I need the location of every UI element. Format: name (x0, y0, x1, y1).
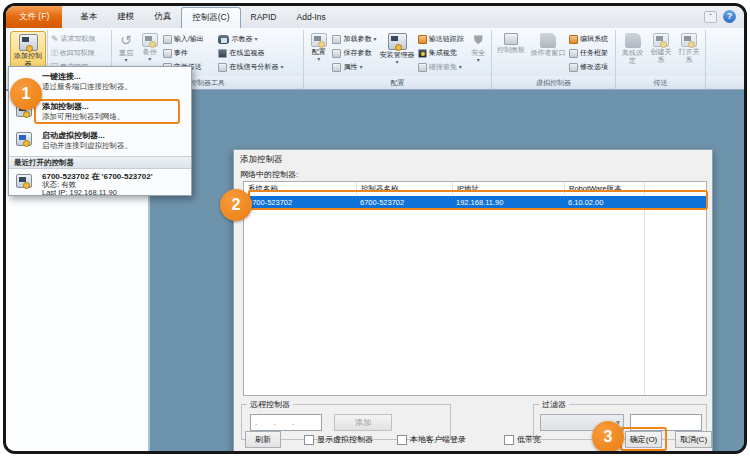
add-controller-dialog: 添加控制器 网络中的控制器: 系统名称 控制器名称 IP地址 RobotWare… (233, 149, 713, 452)
io-icon (163, 35, 172, 44)
lock-icon: ⚿ (51, 49, 58, 58)
restart-button[interactable]: ↺ 重启▾ (114, 31, 138, 65)
operator-window-button[interactable]: 操作者窗口 (528, 31, 568, 59)
pencil-icon: ✎ (51, 35, 59, 44)
group-label-virtual-controller: 虚拟控制器 (492, 76, 616, 89)
installation-manager-icon (388, 33, 407, 50)
properties-icon (332, 63, 341, 72)
task-frames-icon (569, 49, 578, 58)
configuration-icon (311, 33, 327, 47)
create-relation-icon (653, 33, 669, 47)
save-parameters-icon (332, 49, 341, 58)
recent-controllers-header: 最近打开的控制器 (9, 156, 191, 169)
integrated-vision-button[interactable]: 集成视觉 (417, 47, 468, 59)
change-options-icon (569, 63, 578, 72)
annotation-step-1: 1 (10, 78, 42, 110)
events-icon (163, 49, 172, 58)
configuration-button[interactable]: 配置▾ (306, 31, 331, 64)
filter-text-input[interactable] (630, 414, 702, 431)
load-parameters-button[interactable]: 加载参数 (331, 33, 377, 45)
column-header-robotware-version[interactable]: RobotWare版本 (564, 182, 644, 195)
robot-icon (540, 33, 556, 48)
remote-controller-label: 远程控制器 (247, 399, 293, 410)
minimize-ribbon-icon[interactable]: ˆ (704, 11, 717, 23)
window-controls: ˆ ? (704, 10, 736, 23)
flexpendant-button[interactable]: 示教器 (217, 33, 301, 45)
signal-analyzer-button[interactable]: 在线信号分析器 (217, 61, 301, 73)
collision-avoidance-button[interactable]: 碰撞避免 (417, 61, 468, 73)
remote-add-button[interactable]: 添加 (334, 414, 392, 431)
offline-setup-button[interactable]: 离线设定 (618, 31, 647, 67)
monitor-icon (218, 49, 227, 58)
checkbox-show-virtual-controllers[interactable]: 显示虚拟控制器 (304, 434, 373, 445)
online-monitor-button[interactable]: 在线监视器 (217, 47, 301, 59)
backup-icon (142, 33, 158, 47)
filter-label: 过滤器 (539, 399, 569, 410)
integrated-vision-icon (418, 49, 427, 58)
chevron-down-icon: ▾ (148, 57, 151, 62)
app-window: 文件 (F) 基本 建模 仿真 控制器(C) RAPID Add-Ins ˆ ?… (3, 3, 747, 454)
flexpendant-icon (218, 35, 229, 44)
collision-avoidance-icon (418, 63, 427, 72)
checkbox-local-client-login[interactable]: 本地客户端登录 (397, 434, 466, 445)
tab-addins[interactable]: Add-Ins (287, 6, 336, 28)
controller-icon (19, 34, 38, 51)
tab-file[interactable]: 文件 (F) (6, 6, 62, 28)
checkbox-icon (397, 435, 407, 445)
ribbon-tab-bar: 文件 (F) 基本 建模 仿真 控制器(C) RAPID Add-Ins (6, 6, 744, 28)
checkbox-icon (304, 435, 314, 445)
open-relation-button[interactable]: 打开关系 (675, 31, 703, 66)
signal-analyzer-icon (218, 63, 227, 72)
request-write-access-button[interactable]: ✎请求写权限 (50, 33, 109, 45)
virtual-controller-icon (16, 132, 32, 146)
create-relation-button[interactable]: 创建关系 (647, 31, 675, 66)
safety-icon: ⛊ (474, 33, 483, 48)
column-header-system-name[interactable]: 系统名称 (244, 182, 356, 195)
chevron-down-icon: ▾ (317, 57, 320, 62)
task-frames-button[interactable]: 任务框架 (568, 47, 612, 59)
annotation-step-2: 2 (220, 189, 252, 221)
conveyor-tracking-icon (418, 35, 427, 44)
tab-modeling[interactable]: 建模 (107, 6, 144, 28)
control-panel-icon (504, 33, 518, 45)
table-row-selected[interactable]: 6700-523702 6700-523702 192.168.11.90 6.… (244, 196, 706, 209)
save-parameters-button[interactable]: 保存参数 (331, 47, 377, 59)
column-header-controller-name[interactable]: 控制器名称 (356, 182, 452, 195)
restart-icon: ↺ (120, 33, 132, 48)
backup-button[interactable]: 备份▾ (138, 31, 162, 64)
tab-rapid[interactable]: RAPID (241, 6, 287, 28)
edit-system-icon (569, 35, 578, 44)
chevron-down-icon: ▾ (124, 58, 127, 63)
ok-button[interactable]: 确定(O) (625, 431, 662, 448)
tab-simulation[interactable]: 仿真 (144, 6, 181, 28)
tab-controller[interactable]: 控制器(C) (181, 7, 240, 28)
group-label-configuration: 配置 (304, 76, 492, 89)
controller-icon (16, 174, 32, 188)
control-panel-button[interactable]: 控制面板 (494, 31, 528, 56)
checkbox-icon (504, 435, 514, 445)
recent-last-ip: Last IP: 192.168.11.90 (42, 188, 117, 197)
conveyor-tracking-button[interactable]: 输送链跟踪 (417, 33, 468, 45)
refresh-button[interactable]: 刷新 (245, 431, 281, 448)
load-parameters-icon (332, 35, 341, 44)
checkbox-low-bandwidth[interactable]: 低带宽 (504, 434, 541, 445)
release-write-access-button[interactable]: ⚿收回写权限 (50, 47, 109, 59)
cancel-button[interactable]: 取消(C) (675, 431, 712, 448)
remote-ip-input[interactable]: . . . (250, 414, 322, 431)
properties-button[interactable]: 属性 (331, 61, 377, 73)
edit-system-button[interactable]: 编辑系统 (568, 33, 612, 45)
column-header-ip-address[interactable]: IP地址 (452, 182, 564, 195)
network-controllers-label: 网络中的控制器: (240, 169, 298, 180)
inputs-outputs-button[interactable]: 输入/输出 (162, 33, 218, 45)
change-options-button[interactable]: 修改选项 (568, 61, 612, 73)
installation-manager-button[interactable]: 安装管理器▾ (377, 31, 416, 67)
annotation-step-3: 3 (592, 421, 624, 453)
events-button[interactable]: 事件 (162, 47, 218, 59)
open-relation-icon (681, 33, 697, 47)
safety-button[interactable]: ⛊ 安全▾ (467, 31, 489, 65)
chevron-down-icon: ▾ (477, 58, 480, 63)
dialog-title: 添加控制器 (240, 154, 283, 166)
offline-setup-icon (625, 33, 641, 48)
tab-home[interactable]: 基本 (70, 6, 107, 28)
help-icon[interactable]: ? (723, 10, 736, 23)
